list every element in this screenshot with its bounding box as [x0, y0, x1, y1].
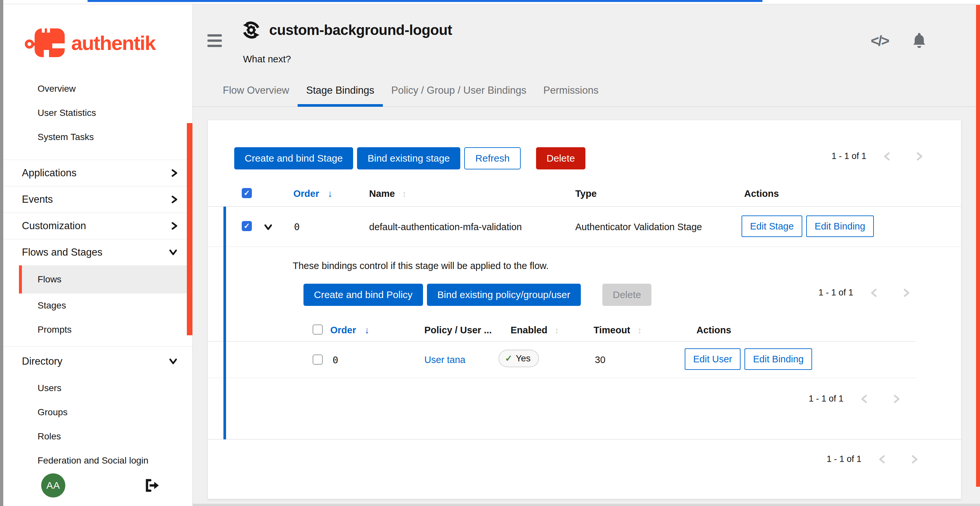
- sidebar-item-users[interactable]: Users: [3, 376, 192, 400]
- sidebar-scrollbar[interactable]: [187, 123, 192, 335]
- pagination-next-icon[interactable]: [885, 394, 909, 404]
- policy-toolbar: Create and bind Policy Bind existing pol…: [304, 284, 651, 306]
- sidebar-item-roles[interactable]: Roles: [3, 424, 192, 449]
- select-all-checkbox[interactable]: ✓: [242, 188, 252, 198]
- sidebar-item-system-tasks[interactable]: System Tasks: [3, 125, 192, 149]
- authentik-logo[interactable]: authentik: [25, 24, 192, 61]
- tab-stage-bindings[interactable]: Stage Bindings: [298, 84, 383, 107]
- cell-timeout: 30: [595, 355, 605, 365]
- stage-toolbar: Create and bind Stage Bind existing stag…: [234, 147, 585, 170]
- chevron-right-icon: [171, 195, 178, 205]
- pagination-next-icon[interactable]: [907, 151, 932, 161]
- hamburger-menu-icon[interactable]: [207, 34, 222, 50]
- avatar[interactable]: AA: [41, 473, 65, 498]
- sort-icon: ↕: [402, 189, 407, 199]
- policy-table-row: 0 User tana ✓ Yes 30 Edit User Edit Bind…: [208, 341, 916, 378]
- pagination-bottom: 1 - 1 of 1: [826, 454, 927, 464]
- tab-permissions[interactable]: Permissions: [535, 84, 607, 107]
- api-code-icon[interactable]: </>: [870, 33, 889, 49]
- chevron-right-icon: [171, 168, 178, 178]
- column-header-timeout[interactable]: Timeout↕: [593, 325, 642, 336]
- stage-expanded-panel: These bindings control if this stage wil…: [208, 247, 961, 439]
- policy-table-header: Order↓ Policy / User ... Enabled↕ Timeou…: [208, 322, 916, 341]
- sidebar-item-overview[interactable]: Overview: [3, 77, 192, 101]
- pagination-range: 1 - 1 of 1: [818, 288, 853, 298]
- page-header: custom-background-logout What next? </> …: [193, 4, 976, 107]
- edit-stage-button[interactable]: Edit Stage: [741, 216, 802, 237]
- notification-bell-icon[interactable]: [912, 32, 927, 49]
- main-content: Create and bind Stage Bind existing stag…: [193, 107, 976, 504]
- sort-icon: ↕: [637, 325, 642, 335]
- chevron-right-icon: [171, 221, 178, 231]
- chevron-down-icon: [168, 249, 178, 256]
- window-left-edge: [0, 0, 3, 506]
- edit-binding-button[interactable]: Edit Binding: [745, 348, 812, 370]
- pagination-prev-icon[interactable]: [875, 151, 899, 161]
- expanded-row-indicator: [223, 207, 226, 439]
- stage-bindings-card: Create and bind Stage Bind existing stag…: [207, 120, 961, 499]
- sidebar-group-customization[interactable]: Customization: [3, 213, 192, 239]
- sidebar-group-directory[interactable]: Directory: [3, 347, 192, 376]
- pagination-inner-bottom: 1 - 1 of 1: [808, 394, 909, 404]
- sidebar-item-prompts[interactable]: Prompts: [19, 318, 192, 342]
- pagination-range: 1 - 1 of 1: [826, 454, 861, 464]
- column-header-order[interactable]: Order↓: [293, 188, 332, 199]
- column-header-policy-user: Policy / User ...: [424, 325, 492, 336]
- sidebar-group-events[interactable]: Events: [3, 186, 192, 213]
- column-header-order[interactable]: Order↓: [330, 325, 369, 336]
- row-expander-chevron-down-icon[interactable]: [263, 224, 273, 231]
- stage-table-row: ✓ 0 default-authentication-mfa-validatio…: [208, 207, 961, 247]
- column-header-enabled[interactable]: Enabled↕: [511, 325, 559, 336]
- sort-icon: ↕: [555, 325, 559, 335]
- bind-existing-policy-button[interactable]: Bind existing policy/group/user: [427, 284, 581, 306]
- pagination-top: 1 - 1 of 1: [831, 151, 932, 161]
- select-all-checkbox[interactable]: [313, 325, 323, 335]
- tab-bar: Flow Overview Stage Bindings Policy / Gr…: [214, 84, 607, 107]
- authentik-admin-app: authentik Overview User Statistics Syste…: [0, 0, 980, 506]
- sidebar-group-flows-and-stages[interactable]: Flows and Stages: [3, 239, 192, 265]
- delete-policy-button[interactable]: Delete: [602, 284, 652, 306]
- chevron-down-icon: [168, 358, 178, 365]
- sidebar-item-stages[interactable]: Stages: [19, 293, 192, 318]
- pagination-next-icon[interactable]: [902, 454, 927, 464]
- cell-actions: Edit Stage Edit Binding: [741, 216, 874, 237]
- sidebar-item-flows[interactable]: Flows: [19, 265, 192, 293]
- cell-name: default-authentication-mfa-validation: [369, 222, 522, 232]
- sidebar-group-applications[interactable]: Applications: [3, 160, 192, 186]
- row-checkbox[interactable]: ✓: [242, 221, 252, 231]
- page-scrollbar[interactable]: [976, 5, 980, 487]
- stage-table-header: ✓ Order↓ Name↕ Type Actions: [208, 184, 961, 207]
- create-and-bind-policy-button[interactable]: Create and bind Policy: [304, 284, 423, 306]
- refresh-button[interactable]: Refresh: [464, 147, 521, 170]
- pagination-prev-icon[interactable]: [870, 454, 894, 464]
- sidebar: authentik Overview User Statistics Syste…: [3, 4, 193, 506]
- pagination-inner-top: 1 - 1 of 1: [818, 288, 919, 298]
- row-checkbox[interactable]: [313, 355, 323, 365]
- cell-type: Authenticator Validation Stage: [575, 222, 702, 232]
- column-header-type: Type: [575, 188, 597, 199]
- bind-existing-stage-button[interactable]: Bind existing stage: [357, 147, 460, 170]
- tab-flow-overview[interactable]: Flow Overview: [214, 84, 298, 107]
- authentik-logo-icon: [25, 26, 67, 60]
- edit-binding-button[interactable]: Edit Binding: [806, 216, 874, 237]
- column-header-actions: Actions: [697, 325, 731, 336]
- window-bottom-edge: [193, 504, 980, 506]
- create-and-bind-stage-button[interactable]: Create and bind Stage: [234, 147, 353, 170]
- sidebar-item-user-statistics[interactable]: User Statistics: [3, 101, 192, 125]
- pagination-next-icon[interactable]: [894, 288, 919, 298]
- pagination-range: 1 - 1 of 1: [831, 151, 866, 161]
- pagination-prev-icon[interactable]: [852, 394, 876, 404]
- sort-descending-icon: ↓: [328, 188, 332, 199]
- column-header-name[interactable]: Name↕: [369, 188, 407, 199]
- authentik-logo-text: authentik: [71, 31, 156, 54]
- logout-icon[interactable]: [145, 479, 159, 492]
- tab-policy-group-user-bindings[interactable]: Policy / Group / User Bindings: [383, 84, 535, 107]
- sidebar-item-federation[interactable]: Federation and Social login: [3, 449, 192, 473]
- pagination-prev-icon[interactable]: [862, 288, 886, 298]
- delete-button[interactable]: Delete: [536, 147, 585, 170]
- cell-actions: Edit User Edit Binding: [685, 348, 812, 370]
- sidebar-item-groups[interactable]: Groups: [3, 400, 192, 424]
- edit-user-button[interactable]: Edit User: [685, 348, 741, 370]
- enabled-badge: ✓ Yes: [498, 350, 539, 367]
- user-link[interactable]: User tana: [424, 355, 466, 365]
